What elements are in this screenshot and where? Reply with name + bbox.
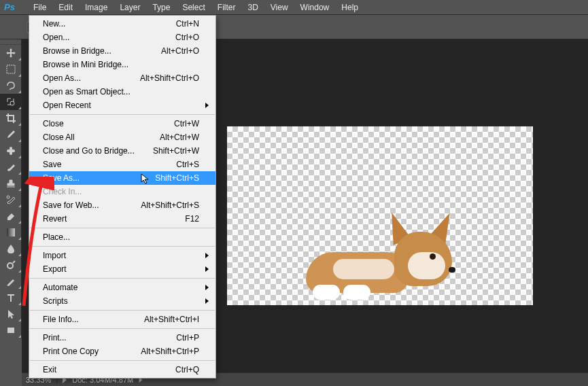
- tool-lasso[interactable]: [0, 77, 22, 94]
- menu-item-shortcut: Ctrl+N: [176, 19, 199, 29]
- svg-rect-1: [7, 65, 15, 73]
- menu-item-shortcut: Alt+Shift+Ctrl+P: [141, 347, 199, 356]
- menu-type[interactable]: Type: [146, 1, 176, 14]
- menu-item-label: Print...: [43, 333, 176, 343]
- menu-item-label: Import: [43, 251, 199, 260]
- menu-item-print[interactable]: Print...Ctrl+P: [29, 331, 215, 345]
- menu-item-open-as-smart-object[interactable]: Open as Smart Object...: [29, 85, 215, 99]
- menu-item-shortcut: Alt+Shift+Ctrl+O: [140, 73, 199, 83]
- menu-item-label: Save As...: [43, 173, 155, 183]
- submenu-arrow-icon: [205, 253, 209, 258]
- menu-item-shortcut: Shift+Ctrl+W: [153, 146, 199, 156]
- menu-item-label: File Info...: [43, 315, 144, 324]
- tool-history-brush[interactable]: [0, 192, 22, 208]
- menu-item-label: Scripts: [43, 296, 199, 306]
- menu-item-open-recent[interactable]: Open Recent: [29, 99, 215, 112]
- menu-view[interactable]: View: [264, 1, 294, 14]
- menu-filter[interactable]: Filter: [211, 1, 242, 14]
- menu-item-label: Export: [43, 264, 199, 274]
- tool-marquee[interactable]: [0, 61, 22, 77]
- menu-item-save[interactable]: SaveCtrl+S: [29, 158, 215, 171]
- menu-item-close-and-go-to-bridge[interactable]: Close and Go to Bridge...Shift+Ctrl+W: [29, 144, 215, 158]
- tool-blur[interactable]: [0, 241, 22, 257]
- svg-point-7: [7, 263, 13, 268]
- menu-item-label: Save for Web...: [43, 200, 141, 210]
- transparency-background: [227, 126, 533, 305]
- menu-file[interactable]: File: [27, 1, 52, 14]
- tool-path-select[interactable]: [0, 306, 22, 322]
- tool-brush[interactable]: [0, 159, 22, 175]
- submenu-arrow-icon: [205, 266, 209, 272]
- menu-item-import[interactable]: Import: [29, 249, 215, 262]
- menu-item-exit[interactable]: ExitCtrl+Q: [29, 363, 215, 376]
- menu-item-file-info[interactable]: File Info...Alt+Shift+Ctrl+I: [29, 313, 215, 326]
- menu-separator: [30, 360, 215, 361]
- menu-item-shortcut: Ctrl+P: [176, 333, 199, 343]
- menu-item-label: Close and Go to Bridge...: [43, 146, 153, 156]
- menu-edit[interactable]: Edit: [52, 1, 79, 14]
- submenu-arrow-icon: [205, 285, 209, 290]
- menu-image[interactable]: Image: [79, 1, 114, 14]
- svg-rect-4: [10, 147, 12, 155]
- menu-3d[interactable]: 3D: [241, 1, 264, 14]
- svg-point-2: [10, 101, 14, 105]
- tool-gradient[interactable]: [0, 224, 22, 241]
- menu-item-open-as[interactable]: Open As...Alt+Shift+Ctrl+O: [29, 71, 215, 85]
- menu-item-revert[interactable]: RevertF12: [29, 212, 215, 226]
- document-canvas[interactable]: [227, 126, 533, 305]
- menu-item-scripts[interactable]: Scripts: [29, 294, 215, 308]
- tool-healing[interactable]: [0, 143, 22, 159]
- menu-select[interactable]: Select: [176, 1, 211, 14]
- menu-separator: [30, 278, 215, 279]
- menu-item-save-as[interactable]: Save As...Shift+Ctrl+S: [29, 171, 215, 185]
- menu-layer[interactable]: Layer: [114, 1, 146, 14]
- image-content-dog: [306, 211, 462, 303]
- menu-item-label: Close All: [43, 133, 160, 142]
- menu-separator: [30, 328, 215, 329]
- menu-item-export[interactable]: Export: [29, 262, 215, 276]
- menu-item-label: Open Recent: [43, 101, 199, 110]
- tool-pen[interactable]: [0, 273, 22, 290]
- menu-window[interactable]: Window: [294, 1, 336, 14]
- app-logo: Ps: [4, 2, 20, 13]
- menu-item-shortcut: Alt+Ctrl+W: [160, 133, 199, 142]
- tool-type[interactable]: [0, 290, 22, 306]
- menu-item-label: Place...: [43, 232, 199, 242]
- tool-stamp[interactable]: [0, 175, 22, 192]
- tool-quick-select[interactable]: [0, 94, 22, 110]
- menu-item-label: Browse in Bridge...: [43, 46, 161, 56]
- tool-crop[interactable]: [0, 110, 22, 126]
- menu-item-label: Browse in Mini Bridge...: [43, 60, 199, 69]
- toolbox-grab-handle[interactable]: [0, 39, 21, 45]
- menu-item-label: Exit: [43, 365, 175, 374]
- tool-dodge[interactable]: [0, 257, 22, 273]
- tool-rectangle[interactable]: [0, 322, 22, 338]
- menu-item-open[interactable]: Open...Ctrl+O: [29, 31, 215, 44]
- menu-item-shortcut: F12: [185, 214, 199, 224]
- menu-item-label: Save: [43, 160, 176, 169]
- svg-rect-6: [7, 228, 15, 236]
- tool-move[interactable]: [0, 45, 22, 61]
- menu-item-close[interactable]: CloseCtrl+W: [29, 117, 215, 130]
- menu-item-shortcut: Alt+Shift+Ctrl+S: [141, 200, 199, 210]
- menu-help[interactable]: Help: [335, 1, 364, 14]
- svg-rect-8: [7, 328, 14, 333]
- menu-item-label: Check In...: [43, 187, 199, 196]
- menu-item-print-one-copy[interactable]: Print One CopyAlt+Shift+Ctrl+P: [29, 345, 215, 358]
- menu-item-label: New...: [43, 19, 176, 29]
- menu-item-browse-in-mini-bridge[interactable]: Browse in Mini Bridge...: [29, 58, 215, 71]
- menu-item-save-for-web[interactable]: Save for Web...Alt+Shift+Ctrl+S: [29, 198, 215, 212]
- menu-item-new[interactable]: New...Ctrl+N: [29, 17, 215, 31]
- menu-item-label: Open as Smart Object...: [43, 87, 199, 96]
- tool-eraser[interactable]: [0, 208, 22, 224]
- menu-item-close-all[interactable]: Close AllAlt+Ctrl+W: [29, 130, 215, 144]
- menu-item-label: Open...: [43, 33, 175, 42]
- tool-eyedropper[interactable]: [0, 126, 22, 143]
- menu-item-automate[interactable]: Automate: [29, 281, 215, 294]
- menu-item-shortcut: Ctrl+S: [176, 160, 199, 169]
- menu-item-shortcut: Alt+Ctrl+O: [161, 46, 199, 56]
- menu-item-browse-in-bridge[interactable]: Browse in Bridge...Alt+Ctrl+O: [29, 44, 215, 58]
- menu-item-place[interactable]: Place...: [29, 230, 215, 244]
- menubar: Ps FileEditImageLayerTypeSelectFilter3DV…: [0, 0, 588, 15]
- submenu-arrow-icon: [205, 103, 209, 108]
